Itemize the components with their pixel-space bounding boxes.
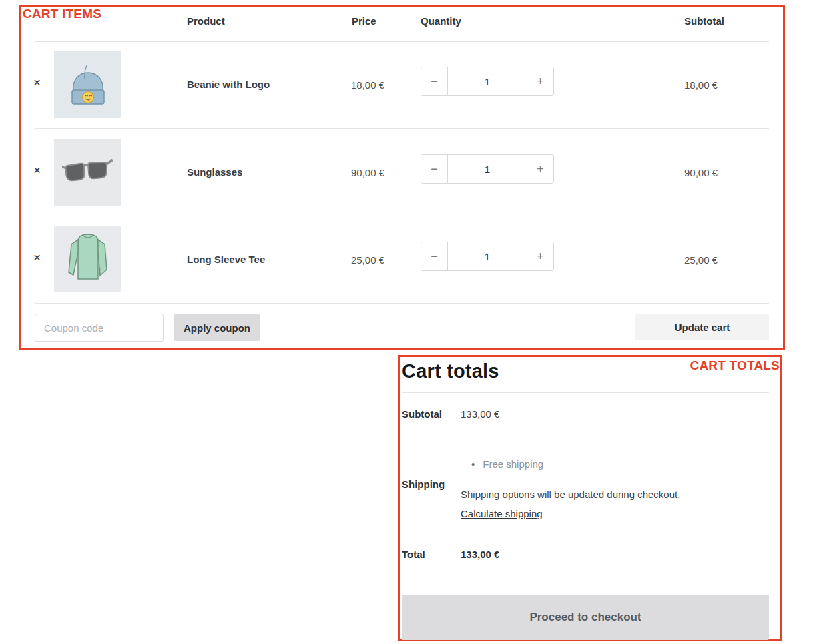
- quantity-input[interactable]: [448, 242, 527, 270]
- shipping-label: Shipping: [402, 478, 445, 490]
- cart-items-annotation-label: CART ITEMS: [23, 7, 101, 21]
- quantity-increase-button[interactable]: +: [527, 155, 553, 183]
- remove-item-button[interactable]: ×: [33, 164, 41, 176]
- sunglasses-icon: [62, 157, 114, 188]
- apply-coupon-button[interactable]: Apply coupon: [174, 314, 260, 341]
- product-price: 90,00 €: [351, 167, 384, 179]
- header-divider: [35, 41, 769, 42]
- long-sleeve-tee-icon: [66, 231, 110, 287]
- long-sleeve-tee-thumbnail[interactable]: [54, 226, 121, 292]
- cart-items-annotation-box: [19, 5, 785, 350]
- line-subtotal: 18,00 €: [684, 79, 718, 91]
- remove-item-button[interactable]: ×: [33, 77, 41, 89]
- coupon-code-input[interactable]: [35, 314, 164, 342]
- quantity-decrease-button[interactable]: −: [421, 155, 448, 183]
- quantity-increase-button[interactable]: +: [527, 242, 553, 270]
- cart-page: CART ITEMS Product Price Quantity Subtot…: [0, 0, 817, 644]
- product-price: 25,00 €: [351, 254, 384, 266]
- proceed-to-checkout-button[interactable]: Proceed to checkout: [402, 595, 769, 640]
- update-cart-button[interactable]: Update cart: [635, 314, 769, 340]
- quantity-decrease-button[interactable]: −: [421, 242, 448, 270]
- cart-totals-title: Cart totals: [402, 360, 499, 382]
- total-label: Total: [402, 549, 425, 560]
- calculate-shipping-link[interactable]: Calculate shipping: [461, 508, 543, 519]
- column-header-price: Price: [352, 15, 376, 27]
- quantity-input[interactable]: [448, 67, 527, 95]
- row-divider: [35, 216, 769, 216]
- column-header-quantity: Quantity: [421, 15, 461, 27]
- column-header-product: Product: [187, 15, 225, 27]
- column-header-subtotal: Subtotal: [684, 15, 724, 27]
- beanie-icon: [64, 57, 112, 112]
- shipping-note: Shipping options will be updated during …: [461, 489, 680, 500]
- free-shipping-option: Free shipping: [471, 458, 543, 470]
- subtotal-value: 133,00 €: [461, 408, 499, 420]
- cart-totals-annotation-label: CART TOTALS: [690, 358, 780, 373]
- line-subtotal: 25,00 €: [684, 254, 718, 266]
- row-divider: [35, 128, 769, 129]
- product-name[interactable]: Long Sleeve Tee: [187, 254, 265, 266]
- subtotal-label: Subtotal: [402, 408, 442, 420]
- sunglasses-thumbnail[interactable]: [54, 139, 121, 206]
- line-subtotal: 90,00 €: [684, 167, 718, 179]
- quantity-increase-button[interactable]: +: [527, 67, 553, 95]
- product-price: 18,00 €: [351, 79, 384, 91]
- totals-divider: [402, 392, 769, 393]
- row-divider: [35, 303, 769, 304]
- shipping-methods-list: Free shipping: [471, 458, 543, 470]
- product-name[interactable]: Sunglasses: [187, 166, 242, 178]
- quantity-stepper: − +: [421, 242, 554, 271]
- quantity-decrease-button[interactable]: −: [421, 67, 448, 95]
- quantity-stepper: − +: [421, 154, 554, 184]
- quantity-stepper: − +: [421, 67, 554, 96]
- quantity-input[interactable]: [448, 155, 527, 183]
- remove-item-button[interactable]: ×: [33, 252, 41, 264]
- total-value: 133,00 €: [461, 549, 499, 560]
- product-name[interactable]: Beanie with Logo: [187, 79, 270, 91]
- totals-bottom-divider: [402, 573, 769, 573]
- beanie-with-logo-thumbnail[interactable]: [54, 51, 121, 118]
